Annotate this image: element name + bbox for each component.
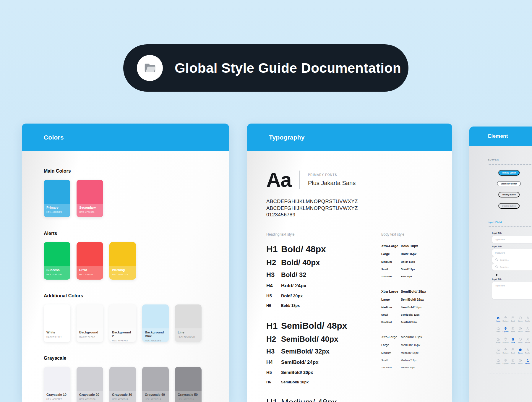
heading-tag: H1 xyxy=(266,397,281,402)
body-size-label: Small xyxy=(381,359,401,362)
tab-item-home[interactable]: Home xyxy=(494,348,502,354)
color-swatch: Line HEX: #DDDDDD xyxy=(175,304,202,342)
tab-label: Explore xyxy=(502,363,509,364)
tab-item-inbox[interactable]: Inbox xyxy=(517,359,524,364)
password-input[interactable]: Password xyxy=(492,249,532,256)
tab-item-home[interactable]: Home xyxy=(494,316,502,322)
heading-style-row: H6 Bold/ 18px xyxy=(266,304,381,308)
tab-bar-row: Home Explore Book Inbox Profile xyxy=(494,348,532,354)
swatch-label: Grayscale 20 HEX: #D1D1D6 xyxy=(77,391,103,402)
swatch-name: Grayscale 30 xyxy=(112,393,133,397)
color-section-heading: Additional Colors xyxy=(44,293,229,299)
tab-label: Home xyxy=(494,320,502,322)
heading-style-value: Bold/ 20px xyxy=(281,294,303,298)
tab-item-profile[interactable]: Profile xyxy=(524,316,531,322)
tab-label: Explore xyxy=(502,320,509,322)
swatch-name: Grayscale 40 xyxy=(145,393,166,397)
tab-item-explore[interactable]: Explore xyxy=(502,348,509,354)
search-icon xyxy=(495,258,498,262)
color-swatch: Grayscale 40 HEX: #FFCD1A xyxy=(142,367,169,402)
swatch-name: Secondary xyxy=(79,206,100,210)
body-style-value: Medium/ 12px xyxy=(401,359,416,362)
heading-style-row: H2 Bold/ 40px xyxy=(266,258,381,267)
tab-item-home[interactable]: Home xyxy=(494,359,502,364)
book-icon xyxy=(509,348,517,351)
search-input[interactable]: Search... xyxy=(492,263,532,270)
heading-style-row: H2 SemiBold/ 40px xyxy=(266,335,381,344)
heading-style-group: H1 Bold/ 48px H2 Bold/ 40px H3 Bold/ 32 … xyxy=(266,244,381,308)
style-guide-page: { "header": { "title": "Global Style Gui… xyxy=(0,0,532,402)
tab-item-inbox[interactable]: Inbox xyxy=(517,327,524,333)
heading-tag: H3 xyxy=(266,348,281,355)
swatch-hex: HEX: #FFCD1A xyxy=(112,398,133,401)
body-size-label: Medium xyxy=(381,306,401,309)
body-size-label: Medium xyxy=(381,351,401,354)
body-style-row: Medium Medium/ 14px xyxy=(381,351,452,354)
swatch-name: Background Blue xyxy=(145,330,166,338)
tab-item-profile[interactable]: Profile xyxy=(524,338,531,343)
tab-label: Profile xyxy=(524,352,531,354)
body-size-label: Large xyxy=(381,252,401,256)
heading-tag: H2 xyxy=(266,258,281,267)
heading-tag: H4 xyxy=(266,359,281,365)
tab-bar-row: Home Explore Book Inbox Profile xyxy=(494,338,532,343)
swatch-hex: HEX: #D0EEFB xyxy=(145,339,166,342)
tab-item-profile[interactable]: Profile xyxy=(524,348,531,354)
book-icon xyxy=(509,338,517,341)
tab-item-explore[interactable]: Explore xyxy=(502,316,509,322)
tab-label: Profile xyxy=(524,331,531,333)
tab-item-explore[interactable]: Explore xyxy=(502,359,509,364)
heading-style-value: Bold/ 32 xyxy=(281,271,306,279)
radio-dot[interactable] xyxy=(496,274,497,276)
swatch-row: Grayscale 10 HEX: #F2F2F7 Grayscale 20 H… xyxy=(44,367,229,402)
tab-item-home[interactable]: Home xyxy=(494,338,502,343)
text-input[interactable]: Type here xyxy=(492,236,532,243)
button-samples-box: Primary Button Primary Button Secondary … xyxy=(488,164,532,214)
input-title-label: Input Title xyxy=(492,232,532,234)
body-style-group: Xtra-Large SemiBold/ 18px Large SemiBold… xyxy=(381,290,452,323)
swatch-name: Line xyxy=(178,330,199,334)
body-style-value: Bbold/ 12px xyxy=(401,268,415,271)
tab-item-book[interactable]: Book xyxy=(509,338,517,343)
tab-label: Profile xyxy=(524,320,531,322)
tab-item-profile[interactable]: Profile xyxy=(524,359,531,364)
element-panel: Element BUTTON Primary Button Primary Bu… xyxy=(469,127,532,402)
tab-item-home[interactable]: Home xyxy=(494,327,502,333)
secondary-button-small[interactable]: Secondary Button xyxy=(497,181,521,186)
swatch-label: Success HEX: #08C556 xyxy=(44,266,70,280)
body-style-value: SemiBold/ 16px xyxy=(401,298,424,301)
inbox-icon xyxy=(517,348,524,351)
primary-button-small[interactable]: Primary Button xyxy=(498,170,520,176)
tab-item-inbox[interactable]: Inbox xyxy=(517,338,524,343)
body-style-value: Bold/ 14px xyxy=(401,260,415,263)
tertiary-button-small[interactable]: Tertiary Button xyxy=(498,192,520,197)
tab-label: Book xyxy=(509,331,517,333)
textarea-input[interactable]: Type here xyxy=(492,282,532,299)
typography-panel-body: Aa PRIMARY FONTS Plus Jakarta Sans ABCDE… xyxy=(247,151,452,402)
body-style-value: Medium/ 14px xyxy=(401,351,419,354)
color-swatch: Background HEX: #FAFAFA xyxy=(77,304,103,342)
body-style-value: Bold/ 16px xyxy=(401,252,416,256)
tab-item-inbox[interactable]: Inbox xyxy=(517,316,524,322)
tab-item-explore[interactable]: Explore xyxy=(502,338,509,343)
tab-item-book[interactable]: Book xyxy=(509,359,517,364)
tab-item-profile[interactable]: Profile xyxy=(524,327,531,333)
swatch-name: Grayscale 10 xyxy=(46,393,68,397)
heading-tag: H1 xyxy=(266,244,281,254)
swatch-row: Primary HEX: #48B4E1 Secondary HEX: #F86… xyxy=(44,180,229,217)
tab-label: Explore xyxy=(502,331,509,333)
color-section: Additional Colors White HEX: #FFFFFF Bac… xyxy=(44,293,229,342)
tab-item-book[interactable]: Book xyxy=(509,327,517,333)
tab-item-book[interactable]: Book xyxy=(509,348,517,354)
search-input[interactable]: Search... xyxy=(492,256,532,263)
tab-item-inbox[interactable]: Inbox xyxy=(517,348,524,354)
tab-item-explore[interactable]: Explore xyxy=(502,327,509,333)
heading-style-value: Medium/ 48px xyxy=(281,397,337,402)
disabled-button-small[interactable]: Disable Button xyxy=(498,203,520,209)
swatch-name: Success xyxy=(46,268,68,272)
body-style-row: Xtra-Small SemiBold/ 10px xyxy=(381,321,452,323)
profile-icon xyxy=(524,338,531,341)
body-size-label: Large xyxy=(381,298,401,301)
tab-item-book[interactable]: Book xyxy=(509,316,517,322)
primary-fonts-label: PRIMARY FONTS xyxy=(308,173,356,176)
